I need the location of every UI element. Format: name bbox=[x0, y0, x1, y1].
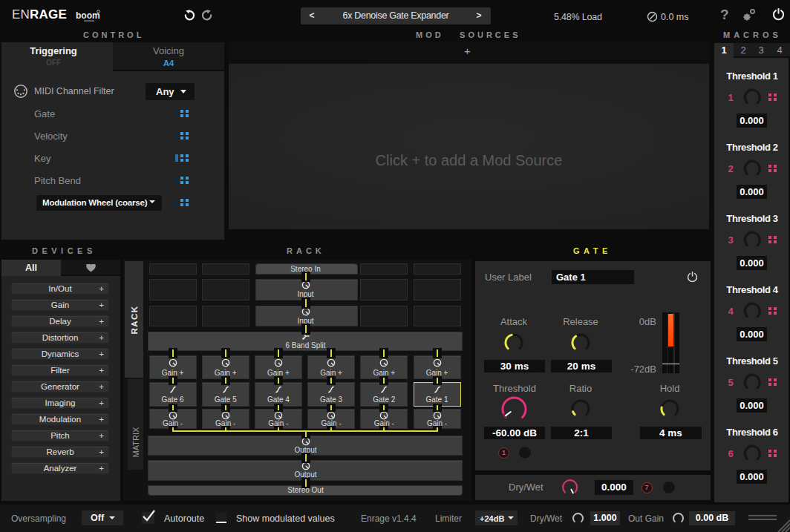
svg-text:boom: boom bbox=[76, 10, 100, 21]
